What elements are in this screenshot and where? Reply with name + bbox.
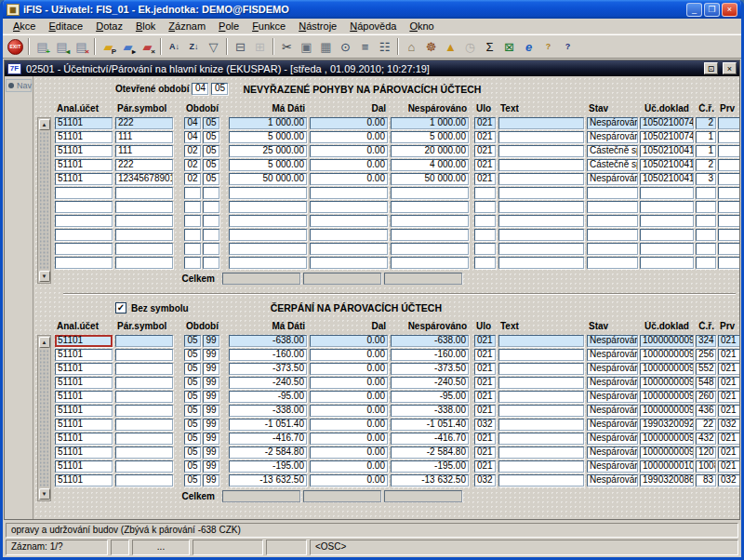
menu-napoveda[interactable]: Nápověda	[343, 20, 403, 33]
cell-anal-ucet[interactable]	[55, 215, 113, 227]
maximize-button[interactable]: ❐	[704, 3, 720, 17]
cell-dal[interactable]: 0.00	[310, 474, 388, 487]
cell-nesparovano[interactable]: 4 000.00	[391, 159, 469, 171]
cell-dal[interactable]	[310, 257, 388, 269]
cell-prv[interactable]: 021	[718, 405, 739, 417]
cell-stav[interactable]: Nespárován	[587, 460, 638, 473]
cell-obdobi-mesic[interactable]: 05	[184, 460, 201, 473]
excel-icon[interactable]: ⊠	[499, 37, 519, 57]
cell-obdobi-rok[interactable]	[203, 229, 219, 241]
cell-text[interactable]	[498, 131, 584, 143]
cell-text[interactable]	[498, 447, 584, 459]
cell-cr[interactable]: 120	[696, 447, 716, 459]
cell-ma-dati[interactable]: -95.00	[229, 391, 307, 403]
cell-anal-ucet[interactable]	[55, 229, 113, 241]
cell-par-symbol[interactable]	[115, 335, 173, 347]
cell-obdobi-rok[interactable]	[203, 187, 219, 199]
cell-obdobi-rok[interactable]: 99	[203, 447, 219, 459]
scroll-down-button[interactable]: ▼	[39, 488, 50, 500]
cell-prv[interactable]: 021	[718, 391, 739, 403]
cell-ulo[interactable]: 021	[474, 377, 496, 389]
menu-akce[interactable]: Akce	[7, 20, 42, 33]
tree-list-icon[interactable]: ☷	[375, 37, 394, 57]
cell-obdobi-mesic[interactable]: 05	[184, 391, 201, 403]
cell-ulo[interactable]	[474, 187, 496, 199]
cell-ulo[interactable]: 021	[474, 433, 496, 445]
cell-anal-ucet[interactable]: 51101	[55, 335, 113, 347]
cell-stav[interactable]: Nespárován	[587, 131, 638, 143]
scroll-down-button[interactable]: ▼	[39, 271, 50, 282]
cell-obdobi-mesic[interactable]	[184, 201, 201, 213]
cell-cr[interactable]: 552	[696, 363, 716, 375]
cell-uc-doklad[interactable]	[640, 257, 694, 269]
cell-prv[interactable]: 021	[718, 349, 739, 361]
cell-prv[interactable]: 021	[718, 335, 739, 347]
cell-cr[interactable]: 22	[696, 419, 716, 431]
cell-obdobi-mesic[interactable]: 05	[184, 405, 201, 417]
cell-par-symbol[interactable]	[115, 460, 173, 473]
cell-par-symbol[interactable]	[115, 215, 173, 227]
cell-text[interactable]	[498, 145, 584, 157]
cell-ma-dati[interactable]	[229, 229, 307, 241]
cell-par-symbol[interactable]	[115, 257, 173, 269]
filter-icon[interactable]: ▽	[204, 37, 223, 57]
cell-ma-dati[interactable]: -373.50	[229, 363, 307, 375]
cell-dal[interactable]: 0.00	[310, 173, 388, 185]
cell-uc-doklad[interactable]: 1000000009	[640, 363, 694, 375]
cell-obdobi-mesic[interactable]: 05	[184, 349, 201, 361]
cell-cr[interactable]: 256	[696, 349, 716, 361]
cell-par-symbol[interactable]: 222	[115, 117, 173, 129]
cell-cr[interactable]: 2	[696, 117, 716, 129]
cell-obdobi-mesic[interactable]: 04	[184, 117, 201, 129]
cell-uc-doklad[interactable]	[640, 187, 694, 199]
cell-prv[interactable]	[718, 229, 739, 241]
cell-nesparovano[interactable]: -13 632.50	[391, 474, 469, 487]
cell-cr[interactable]: 1008	[696, 460, 716, 473]
cell-ulo[interactable]	[474, 201, 496, 213]
cell-nesparovano[interactable]: -638.00	[391, 335, 469, 347]
cell-uc-doklad[interactable]	[640, 229, 694, 241]
cell-uc-doklad[interactable]: 1000000009	[640, 335, 694, 347]
cell-obdobi-mesic[interactable]: 05	[184, 474, 201, 487]
paste-icon[interactable]: ▦	[316, 37, 336, 57]
menu-dotaz[interactable]: Dotaz	[89, 20, 129, 33]
cell-prv[interactable]: 021	[718, 377, 739, 389]
print-setup-icon[interactable]: ⊞	[250, 37, 270, 57]
sum-icon[interactable]: Σ	[480, 37, 499, 57]
delete-record-icon[interactable]: ▤×	[72, 37, 91, 57]
cell-text[interactable]	[498, 377, 584, 389]
cell-par-symbol[interactable]	[115, 419, 173, 431]
search-icon[interactable]: ⊙	[336, 37, 355, 57]
cell-anal-ucet[interactable]	[55, 187, 113, 199]
cut-icon[interactable]: ✂	[277, 37, 297, 57]
cell-ulo[interactable]: 021	[474, 335, 496, 347]
cell-par-symbol[interactable]: 111	[115, 131, 173, 143]
cell-ma-dati[interactable]: -240.50	[229, 377, 307, 389]
cell-prv[interactable]	[718, 145, 739, 157]
cell-obdobi-mesic[interactable]	[184, 187, 201, 199]
cell-obdobi-rok[interactable]: 99	[203, 433, 219, 445]
cell-nesparovano[interactable]: 50 000.00	[391, 173, 469, 185]
cell-dal[interactable]	[310, 215, 388, 227]
cell-obdobi-rok[interactable]: 05	[203, 117, 219, 129]
cell-ulo[interactable]: 021	[474, 391, 496, 403]
cell-obdobi-mesic[interactable]	[184, 243, 201, 255]
cell-ma-dati[interactable]: 25 000.00	[229, 145, 307, 157]
cell-ulo[interactable]: 021	[474, 131, 496, 143]
sort-ascending-icon[interactable]: A↓	[165, 37, 184, 57]
cell-dal[interactable]: 0.00	[310, 335, 388, 347]
cell-dal[interactable]: 0.00	[310, 433, 388, 445]
cell-obdobi-rok[interactable]: 99	[203, 460, 219, 473]
scroll-track[interactable]	[40, 350, 48, 487]
cell-prv[interactable]	[718, 159, 739, 171]
cell-obdobi-mesic[interactable]: 05	[184, 377, 201, 389]
cell-anal-ucet[interactable]	[55, 243, 113, 255]
cell-cr[interactable]: 1	[696, 145, 716, 157]
cell-dal[interactable]: 0.00	[310, 145, 388, 157]
cell-anal-ucet[interactable]: 51101	[55, 474, 113, 487]
menu-okno[interactable]: Okno	[403, 20, 440, 33]
cell-anal-ucet[interactable]: 51101	[55, 173, 113, 185]
cell-uc-doklad[interactable]: 1000000009	[640, 391, 694, 403]
cell-nesparovano[interactable]: -1 051.40	[391, 419, 469, 431]
bez-symbolu-checkbox[interactable]: ✓	[115, 302, 126, 313]
